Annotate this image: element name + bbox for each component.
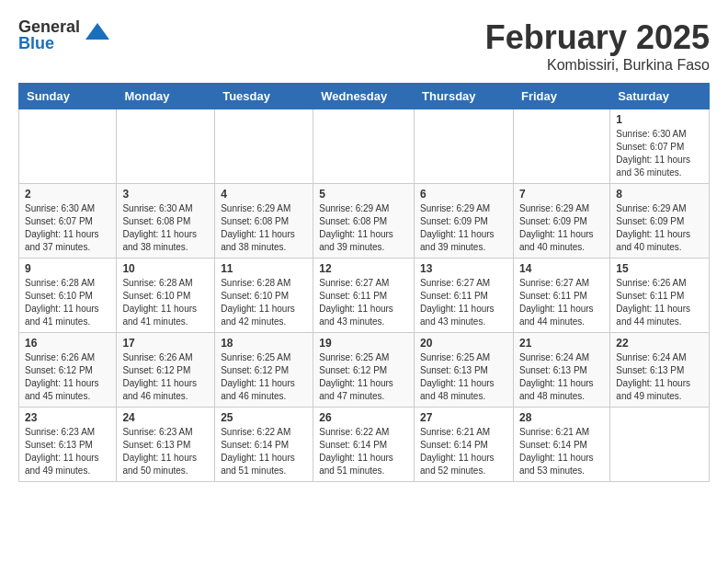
day-number: 14	[519, 262, 604, 275]
calendar-cell: 23Sunrise: 6:23 AM Sunset: 6:13 PM Dayli…	[19, 408, 117, 482]
calendar-cell: 2Sunrise: 6:30 AM Sunset: 6:07 PM Daylig…	[19, 184, 117, 259]
calendar-cell: 6Sunrise: 6:29 AM Sunset: 6:09 PM Daylig…	[415, 184, 514, 259]
day-number: 27	[420, 411, 507, 424]
day-number: 13	[420, 262, 507, 275]
calendar-table: SundayMondayTuesdayWednesdayThursdayFrid…	[18, 83, 710, 482]
day-number: 17	[122, 337, 209, 350]
calendar-cell: 1Sunrise: 6:30 AM Sunset: 6:07 PM Daylig…	[610, 109, 710, 184]
day-info: Sunrise: 6:29 AM Sunset: 6:08 PM Dayligh…	[319, 202, 408, 254]
weekday-header-tuesday: Tuesday	[215, 84, 313, 109]
day-number: 6	[420, 188, 507, 201]
weekday-header-saturday: Saturday	[610, 84, 710, 109]
day-number: 15	[616, 262, 703, 275]
day-info: Sunrise: 6:29 AM Sunset: 6:09 PM Dayligh…	[420, 202, 507, 254]
calendar-cell: 4Sunrise: 6:29 AM Sunset: 6:08 PM Daylig…	[215, 184, 313, 259]
day-number: 28	[519, 411, 604, 424]
calendar-cell: 25Sunrise: 6:22 AM Sunset: 6:14 PM Dayli…	[215, 408, 313, 482]
calendar-cell: 17Sunrise: 6:26 AM Sunset: 6:12 PM Dayli…	[117, 333, 215, 408]
day-info: Sunrise: 6:30 AM Sunset: 6:07 PM Dayligh…	[25, 202, 110, 254]
day-info: Sunrise: 6:25 AM Sunset: 6:12 PM Dayligh…	[221, 351, 307, 403]
day-info: Sunrise: 6:26 AM Sunset: 6:12 PM Dayligh…	[25, 351, 110, 403]
day-number: 8	[616, 188, 703, 201]
calendar-cell	[313, 109, 415, 184]
day-number: 3	[122, 188, 209, 201]
day-info: Sunrise: 6:29 AM Sunset: 6:09 PM Dayligh…	[616, 202, 703, 254]
day-info: Sunrise: 6:28 AM Sunset: 6:10 PM Dayligh…	[122, 277, 209, 328]
calendar-cell: 10Sunrise: 6:28 AM Sunset: 6:10 PM Dayli…	[117, 259, 215, 333]
day-number: 20	[420, 337, 507, 350]
day-info: Sunrise: 6:25 AM Sunset: 6:12 PM Dayligh…	[319, 351, 408, 403]
day-info: Sunrise: 6:24 AM Sunset: 6:13 PM Dayligh…	[616, 351, 703, 403]
calendar-cell	[415, 109, 514, 184]
day-info: Sunrise: 6:24 AM Sunset: 6:13 PM Dayligh…	[519, 351, 604, 403]
logo: General Blue	[18, 18, 111, 52]
calendar-cell: 5Sunrise: 6:29 AM Sunset: 6:08 PM Daylig…	[313, 184, 415, 259]
weekday-header-wednesday: Wednesday	[313, 84, 415, 109]
day-number: 19	[319, 337, 408, 350]
weekday-header-thursday: Thursday	[415, 84, 514, 109]
calendar-cell: 16Sunrise: 6:26 AM Sunset: 6:12 PM Dayli…	[19, 333, 117, 408]
svg-marker-0	[85, 23, 109, 40]
month-title: February 2025	[485, 18, 710, 57]
calendar-cell: 3Sunrise: 6:30 AM Sunset: 6:08 PM Daylig…	[117, 184, 215, 259]
calendar-cell	[610, 408, 710, 482]
day-number: 10	[122, 262, 209, 275]
weekday-header-friday: Friday	[513, 84, 609, 109]
day-info: Sunrise: 6:29 AM Sunset: 6:08 PM Dayligh…	[221, 202, 307, 254]
day-number: 18	[221, 337, 307, 350]
logo-blue-text: Blue	[18, 35, 80, 52]
page-header: General Blue February 2025 Kombissiri, B…	[18, 18, 710, 74]
day-info: Sunrise: 6:23 AM Sunset: 6:13 PM Dayligh…	[25, 426, 110, 477]
calendar-week-row: 9Sunrise: 6:28 AM Sunset: 6:10 PM Daylig…	[19, 259, 710, 333]
day-info: Sunrise: 6:28 AM Sunset: 6:10 PM Dayligh…	[221, 277, 307, 328]
day-number: 2	[25, 188, 110, 201]
day-info: Sunrise: 6:21 AM Sunset: 6:14 PM Dayligh…	[420, 426, 507, 477]
day-number: 9	[25, 262, 110, 275]
calendar-cell	[19, 109, 117, 184]
calendar-header-row: SundayMondayTuesdayWednesdayThursdayFrid…	[19, 84, 710, 109]
calendar-week-row: 1Sunrise: 6:30 AM Sunset: 6:07 PM Daylig…	[19, 109, 710, 184]
day-info: Sunrise: 6:25 AM Sunset: 6:13 PM Dayligh…	[420, 351, 507, 403]
day-number: 23	[25, 411, 110, 424]
day-number: 1	[616, 113, 703, 126]
day-info: Sunrise: 6:23 AM Sunset: 6:13 PM Dayligh…	[122, 426, 209, 477]
day-info: Sunrise: 6:30 AM Sunset: 6:08 PM Dayligh…	[122, 202, 209, 254]
day-info: Sunrise: 6:27 AM Sunset: 6:11 PM Dayligh…	[319, 277, 408, 328]
location-subtitle: Kombissiri, Burkina Faso	[485, 57, 710, 74]
title-block: February 2025 Kombissiri, Burkina Faso	[485, 18, 710, 74]
calendar-cell: 28Sunrise: 6:21 AM Sunset: 6:14 PM Dayli…	[513, 408, 609, 482]
day-info: Sunrise: 6:27 AM Sunset: 6:11 PM Dayligh…	[519, 277, 604, 328]
calendar-cell: 24Sunrise: 6:23 AM Sunset: 6:13 PM Dayli…	[117, 408, 215, 482]
day-number: 22	[616, 337, 703, 350]
calendar-cell: 19Sunrise: 6:25 AM Sunset: 6:12 PM Dayli…	[313, 333, 415, 408]
day-number: 16	[25, 337, 110, 350]
calendar-week-row: 16Sunrise: 6:26 AM Sunset: 6:12 PM Dayli…	[19, 333, 710, 408]
calendar-cell: 11Sunrise: 6:28 AM Sunset: 6:10 PM Dayli…	[215, 259, 313, 333]
weekday-header-sunday: Sunday	[19, 84, 117, 109]
day-number: 24	[122, 411, 209, 424]
calendar-cell: 8Sunrise: 6:29 AM Sunset: 6:09 PM Daylig…	[610, 184, 710, 259]
calendar-cell: 7Sunrise: 6:29 AM Sunset: 6:09 PM Daylig…	[513, 184, 609, 259]
day-info: Sunrise: 6:27 AM Sunset: 6:11 PM Dayligh…	[420, 277, 507, 328]
day-info: Sunrise: 6:28 AM Sunset: 6:10 PM Dayligh…	[25, 277, 110, 328]
calendar-cell: 15Sunrise: 6:26 AM Sunset: 6:11 PM Dayli…	[610, 259, 710, 333]
day-number: 26	[319, 411, 408, 424]
calendar-cell: 18Sunrise: 6:25 AM Sunset: 6:12 PM Dayli…	[215, 333, 313, 408]
calendar-cell	[513, 109, 609, 184]
calendar-cell: 27Sunrise: 6:21 AM Sunset: 6:14 PM Dayli…	[415, 408, 514, 482]
weekday-header-monday: Monday	[117, 84, 215, 109]
day-info: Sunrise: 6:22 AM Sunset: 6:14 PM Dayligh…	[319, 426, 408, 477]
calendar-cell: 9Sunrise: 6:28 AM Sunset: 6:10 PM Daylig…	[19, 259, 117, 333]
logo-icon	[84, 21, 111, 49]
day-info: Sunrise: 6:26 AM Sunset: 6:12 PM Dayligh…	[122, 351, 209, 403]
day-number: 5	[319, 188, 408, 201]
logo-general-text: General	[18, 18, 80, 35]
calendar-cell	[117, 109, 215, 184]
day-info: Sunrise: 6:22 AM Sunset: 6:14 PM Dayligh…	[221, 426, 307, 477]
day-info: Sunrise: 6:30 AM Sunset: 6:07 PM Dayligh…	[616, 128, 703, 179]
calendar-week-row: 23Sunrise: 6:23 AM Sunset: 6:13 PM Dayli…	[19, 408, 710, 482]
calendar-cell: 21Sunrise: 6:24 AM Sunset: 6:13 PM Dayli…	[513, 333, 609, 408]
calendar-week-row: 2Sunrise: 6:30 AM Sunset: 6:07 PM Daylig…	[19, 184, 710, 259]
day-info: Sunrise: 6:26 AM Sunset: 6:11 PM Dayligh…	[616, 277, 703, 328]
day-number: 12	[319, 262, 408, 275]
